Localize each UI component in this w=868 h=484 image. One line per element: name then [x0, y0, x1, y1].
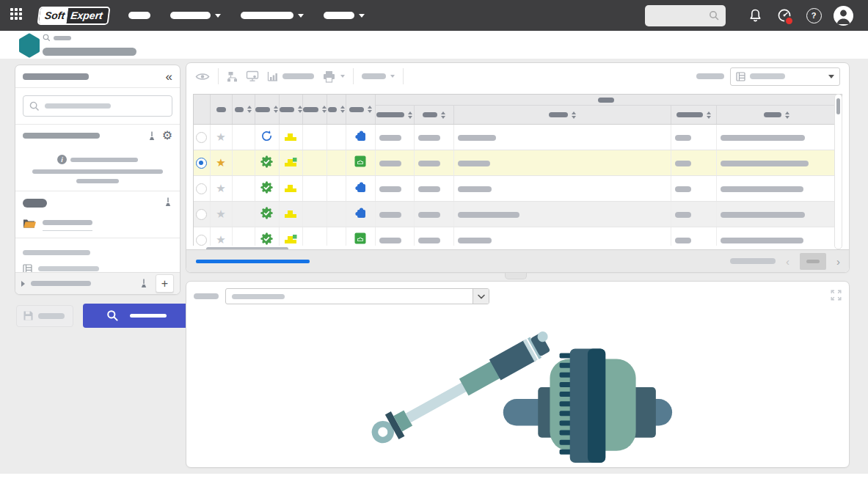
- redacted-text: [458, 186, 492, 192]
- column-header-type[interactable]: [279, 95, 302, 125]
- sort-icon[interactable]: [247, 106, 252, 113]
- table-row[interactable]: ★: [194, 150, 836, 176]
- column-header-component[interactable]: [346, 95, 375, 125]
- pagination-bar: ‹ ›: [186, 249, 849, 272]
- sort-icon[interactable]: [441, 111, 445, 119]
- column-header-g2[interactable]: [414, 106, 453, 125]
- favorite-star-icon[interactable]: ★: [216, 233, 225, 246]
- gear-icon[interactable]: ⚙: [162, 130, 172, 142]
- vscroll-thumb[interactable]: [836, 98, 840, 114]
- notifications-button[interactable]: [740, 8, 770, 23]
- redacted-text: [721, 161, 809, 166]
- sort-icon[interactable]: [707, 111, 711, 119]
- person-icon: [834, 6, 853, 26]
- favorite-star-icon[interactable]: ★: [216, 208, 225, 220]
- sort-icon[interactable]: [572, 111, 576, 119]
- pin-icon[interactable]: [164, 197, 172, 207]
- print-button[interactable]: [322, 70, 345, 83]
- redacted-text: [721, 135, 805, 141]
- help-icon: ?: [806, 8, 822, 23]
- favorite-star-icon[interactable]: ★: [216, 182, 225, 194]
- caret-down-icon: [340, 75, 345, 78]
- apps-grid-icon[interactable]: [10, 8, 25, 23]
- panel-collapse-handle[interactable]: [505, 273, 527, 279]
- category-tree-item[interactable]: [15, 213, 180, 238]
- sidebar-search-input[interactable]: [23, 95, 172, 117]
- row-select-radio[interactable]: [196, 235, 207, 246]
- sort-icon[interactable]: [785, 111, 789, 119]
- redacted-text: [379, 135, 401, 141]
- caret-down-icon: [390, 75, 395, 78]
- favorite-star-icon[interactable]: ★: [216, 131, 225, 143]
- collapse-sidebar-icon[interactable]: «: [166, 70, 172, 83]
- machine-parts-illustration: [324, 316, 712, 464]
- row-select-radio[interactable]: [196, 183, 207, 194]
- category-link[interactable]: [43, 220, 92, 225]
- view-select[interactable]: [730, 67, 840, 86]
- column-header-g1[interactable]: [375, 106, 414, 125]
- prev-page-button[interactable]: ‹: [784, 256, 791, 267]
- vertical-scrollbar[interactable]: [834, 94, 842, 249]
- column-header-status[interactable]: [255, 95, 279, 125]
- chevron-down-icon: [478, 294, 485, 299]
- component-hexagon-icon[interactable]: [18, 33, 40, 58]
- column-header-g5[interactable]: [716, 106, 836, 125]
- redacted-text: [379, 161, 401, 166]
- redacted-text: [379, 238, 401, 243]
- column-header-g3[interactable]: [453, 106, 671, 125]
- row-select-radio[interactable]: [196, 209, 207, 220]
- monitor-view-button[interactable]: [246, 70, 259, 82]
- hierarchy-button[interactable]: [227, 71, 238, 82]
- add-button[interactable]: +: [156, 274, 174, 293]
- favorite-star-icon[interactable]: ★: [216, 156, 225, 169]
- fullscreen-button[interactable]: [831, 290, 842, 304]
- more-actions-dropdown[interactable]: [362, 73, 395, 79]
- menu-item-1[interactable]: [128, 12, 150, 19]
- column-header-c1[interactable]: [232, 95, 255, 125]
- puzzle-blue-icon: [354, 131, 366, 144]
- sort-icon[interactable]: [368, 106, 372, 113]
- table-row[interactable]: ★: [194, 176, 836, 202]
- search-button[interactable]: [83, 304, 189, 328]
- dropdown-label: [362, 73, 386, 79]
- column-header-g4[interactable]: [671, 106, 716, 125]
- page-info: [730, 258, 776, 264]
- table-row[interactable]: ★: [194, 227, 836, 246]
- current-page-box[interactable]: [800, 253, 826, 270]
- menu-item-3[interactable]: [241, 12, 304, 19]
- redacted-text: [675, 212, 691, 218]
- sort-icon[interactable]: [298, 106, 302, 113]
- menu-item-4[interactable]: [324, 12, 365, 19]
- table-row[interactable]: ★: [194, 202, 836, 227]
- row-select-radio[interactable]: [196, 132, 207, 143]
- preview-button[interactable]: [195, 72, 210, 81]
- yellow-block-green-dot-icon: [284, 234, 297, 246]
- sort-icon[interactable]: [322, 106, 327, 113]
- eye-icon: [195, 72, 210, 81]
- records-found-link[interactable]: [196, 260, 310, 263]
- monitoring-button[interactable]: [770, 8, 799, 23]
- top-navbar: Soft Expert ?: [0, 0, 868, 31]
- chart-button[interactable]: [267, 71, 314, 81]
- combo-open-button[interactable]: [473, 289, 489, 304]
- save-filter-button[interactable]: [16, 305, 73, 327]
- user-menu-button[interactable]: [828, 6, 858, 26]
- row-select-radio[interactable]: [196, 158, 207, 169]
- expand-section-icon[interactable]: [21, 281, 25, 287]
- detail-select[interactable]: [225, 288, 489, 304]
- column-header-c5[interactable]: [327, 95, 346, 125]
- breadcrumb-small-text[interactable]: [54, 36, 71, 40]
- column-header-c4[interactable]: [302, 95, 327, 125]
- next-page-button[interactable]: ›: [835, 256, 842, 267]
- sort-icon[interactable]: [274, 106, 278, 113]
- pin-icon[interactable]: [139, 279, 148, 288]
- menu-item-2[interactable]: [170, 12, 221, 19]
- softexpert-logo[interactable]: Soft Expert: [37, 7, 110, 25]
- pin-icon[interactable]: [147, 131, 156, 141]
- puzzle-blue-icon: [354, 208, 366, 221]
- sort-icon[interactable]: [408, 111, 412, 119]
- help-button[interactable]: ?: [799, 8, 828, 23]
- global-search-input[interactable]: [645, 5, 726, 26]
- table-row[interactable]: ★: [194, 125, 836, 150]
- sort-icon[interactable]: [340, 106, 345, 113]
